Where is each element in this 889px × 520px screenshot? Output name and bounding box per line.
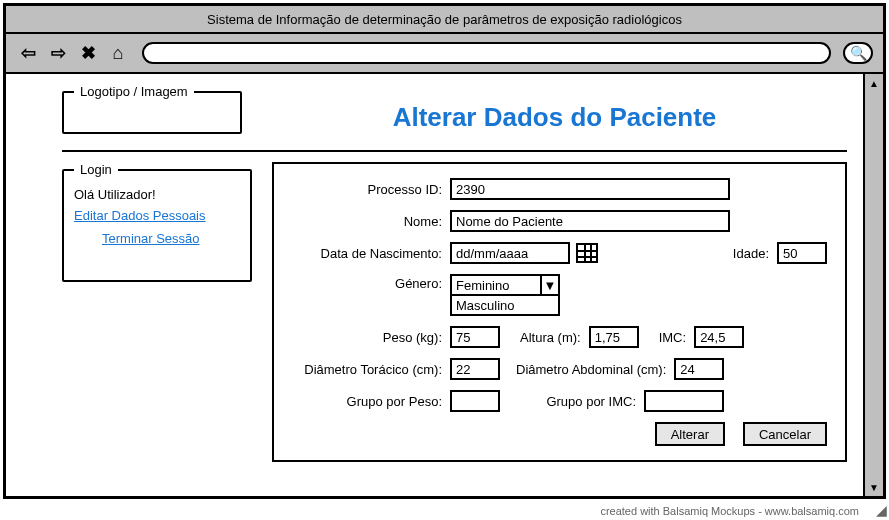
diam-toracico-input[interactable] [450,358,500,380]
forward-icon[interactable]: ⇨ [46,42,70,64]
search-icon[interactable]: 🔍 [843,42,873,64]
genero-label: Género: [292,274,442,291]
nome-input[interactable] [450,210,730,232]
grupo-imc-input[interactable] [644,390,724,412]
nome-label: Nome: [292,214,442,229]
home-icon[interactable]: ⌂ [106,42,130,64]
logo-legend: Logotipo / Imagem [74,84,194,99]
genero-select[interactable]: Feminino ▼ [450,274,560,296]
alterar-button[interactable]: Alterar [655,422,725,446]
altura-label: Altura (m): [520,330,581,345]
peso-input[interactable] [450,326,500,348]
peso-label: Peso (kg): [292,330,442,345]
login-greeting: Olá Utilizador! [74,187,240,202]
imc-label: IMC: [659,330,686,345]
login-legend: Login [74,162,118,177]
logout-link[interactable]: Terminar Sessão [102,231,240,246]
idade-input[interactable] [777,242,827,264]
patient-form: Processo ID: Nome: Data de Nascimento: I… [272,162,847,462]
cancelar-button[interactable]: Cancelar [743,422,827,446]
altura-input[interactable] [589,326,639,348]
calendar-icon[interactable] [576,243,598,263]
browser-toolbar: ⇦ ⇨ ✖ ⌂ 🔍 [6,34,883,74]
window-title: Sistema de Informação de determinação de… [207,12,682,27]
data-nascimento-input[interactable] [450,242,570,264]
diam-abdominal-input[interactable] [674,358,724,380]
diam-toracico-label: Diâmetro Torácico (cm): [292,362,442,377]
resize-handle-icon[interactable]: ◢ [873,504,887,518]
grupo-peso-input[interactable] [450,390,500,412]
login-panel: Login Olá Utilizador! Editar Dados Pesso… [62,162,252,282]
imc-input[interactable] [694,326,744,348]
idade-label: Idade: [733,246,769,261]
genero-selected-value: Feminino [452,276,540,294]
data-nascimento-label: Data de Nascimento: [292,246,442,261]
genero-option-masculino[interactable]: Masculino [450,296,560,316]
stop-icon[interactable]: ✖ [76,42,100,64]
grupo-imc-label: Grupo por IMC: [516,394,636,409]
window-titlebar: Sistema de Informação de determinação de… [6,6,883,34]
url-bar[interactable] [142,42,831,64]
back-icon[interactable]: ⇦ [16,42,40,64]
processo-id-label: Processo ID: [292,182,442,197]
vertical-scrollbar[interactable]: ▲ ▼ [863,74,883,496]
logo-box: Logotipo / Imagem [62,84,242,134]
diam-abdominal-label: Diâmetro Abdominal (cm): [516,362,666,377]
chevron-down-icon[interactable]: ▼ [540,276,558,294]
footer-credit: created with Balsamiq Mockups - www.bals… [600,505,859,517]
processo-id-input[interactable] [450,178,730,200]
grupo-peso-label: Grupo por Peso: [292,394,442,409]
page-title: Alterar Dados do Paciente [262,102,847,133]
scroll-up-icon[interactable]: ▲ [867,76,881,90]
edit-personal-data-link[interactable]: Editar Dados Pessoais [74,208,240,223]
scroll-down-icon[interactable]: ▼ [867,480,881,494]
separator [62,150,847,152]
